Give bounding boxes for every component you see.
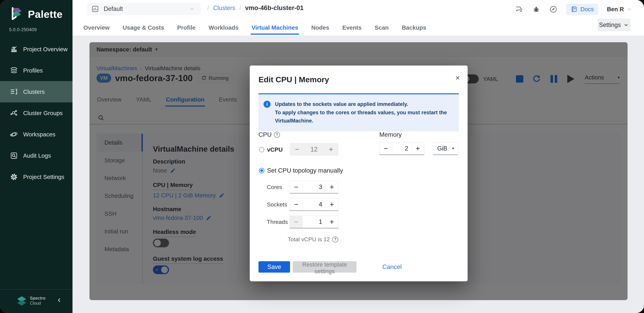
chevron-down-icon	[623, 22, 629, 28]
sidebar-item-label: Workspaces	[23, 131, 56, 138]
sockets-decrement-button[interactable]: −	[290, 198, 302, 210]
network-nodes-icon	[10, 109, 18, 117]
memory-unit-value: GiB	[437, 145, 447, 152]
vcpu-radio[interactable]	[259, 147, 264, 152]
sidebar-item-label: Profiles	[23, 67, 43, 74]
project-selector-value: Default	[104, 5, 189, 12]
tab-virtual-machines[interactable]: Virtual Machines	[252, 24, 298, 32]
sockets-stepper: − 4 +	[290, 198, 338, 211]
tab-workloads[interactable]: Workloads	[208, 24, 238, 32]
cores-label: Cores	[267, 184, 282, 190]
topology-radio[interactable]	[259, 168, 264, 173]
sockets-label: Sockets	[267, 201, 287, 208]
sidebar-menu: Project Overview Profiles Clusters Clust…	[0, 38, 72, 187]
sidebar-item-label: Project Settings	[23, 173, 64, 180]
close-icon[interactable]: ×	[455, 74, 460, 82]
docs-label: Docs	[580, 6, 594, 12]
chat-icon[interactable]	[515, 5, 523, 13]
sidebar-item-label: Audit Logs	[23, 152, 51, 159]
cores-increment-button[interactable]: +	[326, 181, 338, 193]
layers-icon	[10, 66, 18, 75]
caret-down-icon: ▾	[452, 146, 454, 151]
sidebar-item-project-overview[interactable]: Project Overview	[0, 38, 72, 60]
sidebar-item-audit-logs[interactable]: Audit Logs	[0, 145, 72, 166]
tab-events[interactable]: Events	[342, 24, 362, 32]
breadcrumb-clusters-link[interactable]: Clusters	[213, 4, 235, 11]
sidebar-item-label: Cluster Groups	[23, 110, 62, 117]
restore-template-button[interactable]: Restore template settings	[293, 261, 356, 273]
chevron-down-icon	[189, 6, 195, 12]
memory-value[interactable]: 2	[392, 143, 411, 155]
bug-icon[interactable]	[532, 5, 540, 13]
sockets-value[interactable]: 4	[302, 198, 326, 210]
clusters-list-icon	[10, 88, 18, 96]
total-vcpu-text: Total vCPU is 12	[288, 236, 330, 243]
gear-icon	[10, 173, 18, 181]
sidebar: Palette 5.0.0-250409 Project Overview Pr…	[0, 0, 72, 313]
sockets-increment-button[interactable]: +	[326, 198, 338, 210]
cores-decrement-button[interactable]: −	[290, 181, 302, 193]
cluster-tabs: Overview Usage & Costs Profile Workloads…	[84, 21, 426, 34]
audit-log-icon	[10, 152, 18, 160]
threads-stepper: − 1 +	[290, 216, 338, 228]
memory-section-label: Memory	[379, 131, 402, 138]
tab-usage-costs[interactable]: Usage & Costs	[123, 24, 164, 32]
topology-radio-row: Set CPU topology manually	[259, 167, 343, 174]
tab-scan[interactable]: Scan	[374, 24, 389, 32]
cores-stepper: − 3 +	[290, 181, 338, 193]
cores-value[interactable]: 3	[302, 181, 326, 193]
breadcrumb-current: vmo-46b-cluster-01	[245, 4, 304, 11]
sidebar-collapse-icon[interactable]: ‹	[58, 295, 60, 305]
spectro-cloud-label: Spectro Cloud	[30, 296, 46, 306]
project-selector[interactable]: Default	[87, 3, 200, 15]
sidebar-item-label: Project Overview	[23, 46, 68, 53]
memory-increment-button[interactable]: +	[411, 143, 424, 155]
user-menu[interactable]: Ben R	[607, 6, 632, 12]
sidebar-footer: Spectro Cloud ‹	[0, 289, 72, 313]
brand-name: Palette	[28, 8, 62, 20]
info-icon: i	[264, 101, 270, 108]
sidebar-item-cluster-groups[interactable]: Cluster Groups	[0, 102, 72, 124]
memory-unit-select[interactable]: GiB ▾	[433, 142, 458, 155]
orbit-icon	[10, 130, 18, 139]
info-alert-text: Updates to the sockets value are applied…	[275, 100, 453, 125]
book-icon	[571, 6, 578, 13]
cpu-section-label: CPU ?	[258, 131, 280, 138]
question-icon[interactable]: ?	[274, 132, 280, 138]
sidebar-item-clusters[interactable]: Clusters	[0, 81, 72, 102]
settings-button[interactable]: Settings	[598, 19, 630, 31]
header-icons: Docs Ben R	[515, 4, 632, 15]
docs-button[interactable]: Docs	[566, 4, 598, 15]
sidebar-item-project-settings[interactable]: Project Settings	[0, 166, 72, 187]
app-version: 5.0.0-250409	[9, 27, 37, 32]
project-chart-icon	[91, 5, 99, 13]
app-window: Palette 5.0.0-250409 Project Overview Pr…	[0, 0, 644, 313]
threads-increment-button[interactable]: +	[326, 216, 338, 228]
sidebar-item-label: Clusters	[23, 88, 45, 95]
threads-value[interactable]: 1	[302, 216, 326, 228]
bar-chart-icon	[10, 45, 18, 53]
memory-stepper: − 2 +	[379, 142, 424, 155]
memory-decrement-button[interactable]: −	[380, 143, 392, 155]
info-alert: i Updates to the sockets value are appli…	[258, 93, 459, 131]
vcpu-radio-row: vCPU	[259, 146, 283, 153]
topology-label[interactable]: Set CPU topology manually	[267, 167, 343, 174]
modal-title: Edit CPU | Memory	[258, 75, 329, 84]
tab-nodes[interactable]: Nodes	[311, 24, 329, 32]
tab-overview[interactable]: Overview	[84, 24, 110, 32]
tab-backups[interactable]: Backups	[402, 24, 426, 32]
cancel-button[interactable]: Cancel	[382, 261, 402, 273]
sidebar-item-profiles[interactable]: Profiles	[0, 60, 72, 81]
sidebar-item-workspaces[interactable]: Workspaces	[0, 124, 72, 145]
palette-logo: Palette	[9, 6, 62, 22]
vcpu-increment-button[interactable]: +	[324, 143, 338, 156]
question-icon[interactable]: ?	[332, 236, 338, 242]
vcpu-decrement-button[interactable]: −	[290, 143, 304, 156]
threads-decrement-button[interactable]: −	[290, 216, 302, 228]
threads-label: Threads	[267, 219, 288, 225]
chevron-down-icon	[626, 6, 632, 12]
spectro-cloud-logo-icon	[16, 295, 27, 307]
save-button[interactable]: Save	[258, 261, 290, 273]
tab-profile[interactable]: Profile	[177, 24, 196, 32]
compass-icon[interactable]	[549, 5, 558, 13]
